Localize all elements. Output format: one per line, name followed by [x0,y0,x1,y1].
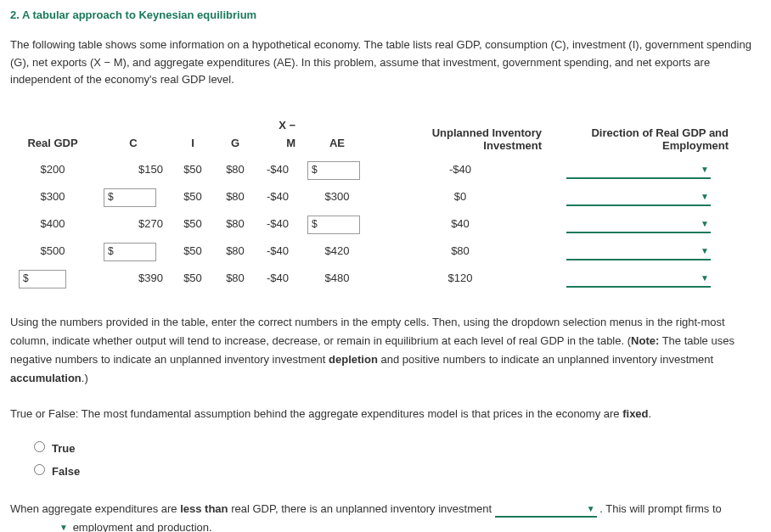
tf-false-radio[interactable] [34,464,45,475]
final-dropdown-1[interactable]: ▼ [495,501,597,518]
r0-ae: $ [299,157,375,184]
tf-false-label[interactable]: False [34,463,761,481]
r0-gdp: $200 [10,157,95,184]
r2-dir: ▼ [545,211,732,238]
r3-c-input[interactable] [115,246,149,258]
r0-g: $80 [214,157,256,184]
r4-ae: $480 [299,266,375,293]
r1-gdp: $300 [10,184,95,211]
instructions: Using the numbers provided in the table,… [10,313,761,388]
r2-c: $270 [95,211,172,238]
r4-xm: -$40 [256,266,299,293]
tf-true-label[interactable]: True [34,440,761,458]
r3-dir-dropdown[interactable]: ▼ [566,244,711,260]
r2-g: $80 [214,211,256,238]
r4-dir-dropdown[interactable]: ▼ [566,271,711,288]
r0-uii: -$40 [375,157,545,184]
r1-dir: ▼ [545,184,732,211]
chevron-down-icon: ▼ [701,217,709,231]
r3-xm: -$40 [256,238,299,266]
r2-ae-input[interactable] [319,219,353,231]
chevron-down-icon: ▼ [701,190,709,204]
final-paragraph: When aggregate expenditures are less tha… [10,500,761,532]
hdr-g: G [214,113,256,157]
r0-xm: -$40 [256,157,299,184]
r2-i: $50 [172,211,214,238]
r2-ae: $ [299,211,375,238]
hdr-xm: X −M [256,113,299,157]
tf-true-radio[interactable] [34,441,45,452]
r4-uii: $120 [375,266,545,293]
intro-text: The following table shows some informati… [10,36,761,89]
r1-c: $ [95,184,172,211]
r0-dir-dropdown[interactable]: ▼ [566,162,711,179]
r4-gdp-input[interactable] [31,273,65,285]
hdr-gdp: Real GDP [10,113,95,157]
r4-dir: ▼ [545,266,732,293]
chevron-down-icon: ▼ [59,520,68,532]
hdr-c: C [95,113,172,157]
data-table: Real GDP C I G X −M AE Unplanned Invento… [10,113,761,293]
hdr-ae: AE [299,113,375,157]
r0-dir: ▼ [545,157,732,184]
r1-dir-dropdown[interactable]: ▼ [566,189,711,206]
chevron-down-icon: ▼ [701,163,709,176]
chevron-down-icon: ▼ [587,501,595,516]
r0-ae-input[interactable] [319,165,353,176]
r3-ae: $420 [299,238,375,266]
chevron-down-icon: ▼ [701,244,709,258]
tf-radio-group: True False [34,440,761,481]
hdr-i: I [172,113,214,157]
r0-c: $150 [95,157,172,184]
r3-dir: ▼ [545,238,732,266]
r1-xm: -$40 [256,184,299,211]
hdr-uii: Unplanned InventoryInvestment [375,113,545,157]
r2-dir-dropdown[interactable]: ▼ [566,216,711,233]
r3-g: $80 [214,238,256,266]
r2-xm: -$40 [256,211,299,238]
r3-i: $50 [172,238,214,266]
r4-g: $80 [214,266,256,293]
r3-gdp: $500 [10,238,95,266]
r4-c: $390 [95,266,172,293]
r3-uii: $80 [375,238,545,266]
chevron-down-icon: ▼ [701,272,709,285]
r1-c-input[interactable] [115,192,149,204]
r0-i: $50 [172,157,214,184]
question-title: 2. A tabular approach to Keynesian equil… [10,7,761,25]
r1-ae: $300 [299,184,375,211]
r4-i: $50 [172,266,214,293]
tf-prompt: True or False: The most fundamental assu… [10,405,761,423]
r1-g: $80 [214,184,256,211]
hdr-dir: Direction of Real GDP andEmployment [545,113,732,157]
final-dropdown-2[interactable]: ▼ [10,520,70,533]
r1-uii: $0 [375,184,545,211]
r2-gdp: $400 [10,211,95,238]
r1-i: $50 [172,184,214,211]
r3-c: $ [95,238,172,266]
r4-gdp: $ [10,266,95,293]
r2-uii: $40 [375,211,545,238]
